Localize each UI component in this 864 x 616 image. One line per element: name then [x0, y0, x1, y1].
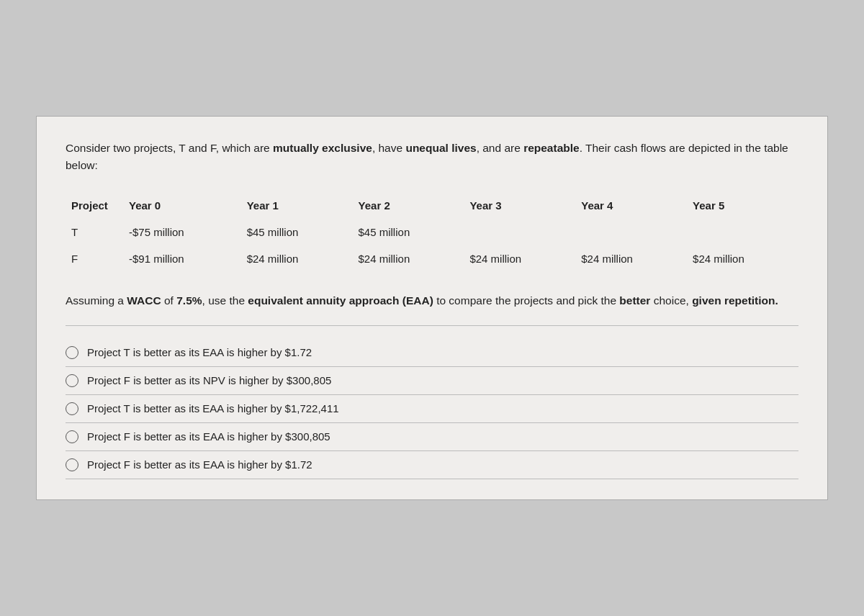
cash-flow-table-section: Project Year 0 Year 1 Year 2 Year 3 Year…	[66, 195, 798, 272]
project-T-year5	[687, 219, 798, 245]
cash-flow-table: Project Year 0 Year 1 Year 2 Year 3 Year…	[66, 195, 798, 272]
question-card: Consider two projects, T and F, which ar…	[36, 116, 828, 499]
option-5-label: Project F is better as its EAA is higher…	[87, 458, 312, 471]
radio-option-5[interactable]	[66, 458, 78, 471]
col-year3: Year 3	[464, 195, 575, 219]
option-3-label: Project T is better as its EAA is higher…	[87, 402, 339, 415]
project-F-year3: $24 million	[464, 245, 575, 272]
option-2-label: Project F is better as its NPV is higher…	[87, 374, 331, 386]
table-row-T: T -$75 million $45 million $45 million	[66, 219, 798, 245]
option-5[interactable]: Project F is better as its EAA is higher…	[66, 451, 798, 479]
table-header-row: Project Year 0 Year 1 Year 2 Year 3 Year…	[66, 195, 798, 219]
project-T-year0: -$75 million	[123, 219, 241, 245]
option-4-label: Project F is better as its EAA is higher…	[87, 430, 330, 443]
radio-option-4[interactable]	[66, 430, 78, 443]
radio-option-1[interactable]	[66, 346, 78, 359]
radio-option-2[interactable]	[66, 374, 78, 387]
project-T-year2: $45 million	[353, 219, 464, 245]
col-year1: Year 1	[241, 195, 353, 219]
project-F-year0: -$91 million	[123, 245, 241, 272]
col-year5: Year 5	[687, 195, 798, 219]
col-year2: Year 2	[353, 195, 464, 219]
divider-line	[66, 325, 798, 326]
option-1[interactable]: Project T is better as its EAA is higher…	[66, 339, 798, 367]
project-F-year1: $24 million	[241, 245, 353, 272]
project-F-year5: $24 million	[687, 245, 798, 272]
question-paragraph: Assuming a WACC of 7.5%, use the equival…	[66, 292, 798, 309]
option-3[interactable]: Project T is better as its EAA is higher…	[66, 395, 798, 423]
answer-options: Project T is better as its EAA is higher…	[66, 339, 798, 479]
project-F-year4: $24 million	[575, 245, 687, 272]
col-year0: Year 0	[123, 195, 241, 219]
option-1-label: Project T is better as its EAA is higher…	[87, 346, 312, 358]
option-2[interactable]: Project F is better as its NPV is higher…	[66, 367, 798, 395]
project-T-year1: $45 million	[241, 219, 353, 245]
option-4[interactable]: Project F is better as its EAA is higher…	[66, 423, 798, 451]
project-T-label: T	[66, 219, 123, 245]
project-T-year3	[464, 219, 575, 245]
radio-option-3[interactable]	[66, 402, 78, 415]
table-row-F: F -$91 million $24 million $24 million $…	[66, 245, 798, 272]
col-year4: Year 4	[575, 195, 687, 219]
project-F-label: F	[66, 245, 123, 272]
col-project: Project	[66, 195, 123, 219]
intro-paragraph: Consider two projects, T and F, which ar…	[66, 140, 798, 174]
project-T-year4	[575, 219, 687, 245]
project-F-year2: $24 million	[353, 245, 464, 272]
